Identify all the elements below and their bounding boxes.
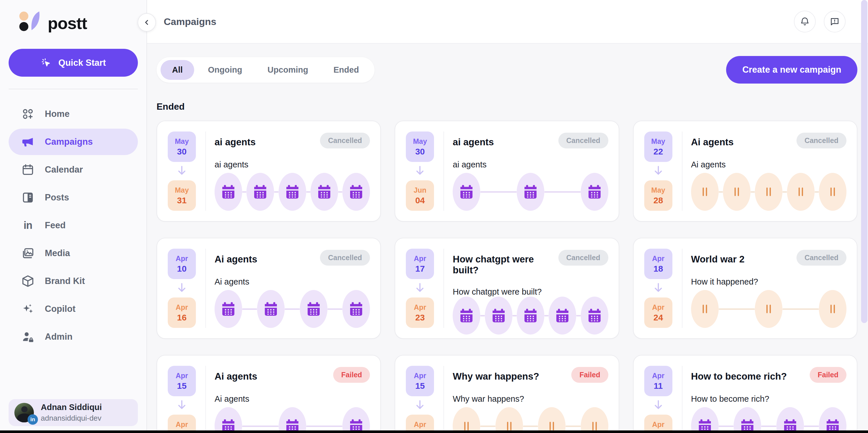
tab-upcoming[interactable]: Upcoming <box>256 60 320 80</box>
status-badge: Cancelled <box>558 133 608 149</box>
timeline-connector <box>719 426 734 427</box>
timeline-connector <box>544 315 549 316</box>
timeline-connector <box>719 308 755 310</box>
sidebar-nav: HomeCampaignsCalendarPostsinFeedMediaBra… <box>9 101 138 350</box>
campaign-dates: Apr11Apr16 <box>644 366 673 433</box>
notifications-button[interactable] <box>794 11 816 32</box>
quick-start-button[interactable]: Quick Start <box>9 49 138 77</box>
timeline-connector <box>804 426 819 427</box>
card-divider <box>205 366 206 433</box>
campaign-card[interactable]: Apr18Apr24World war 2CancelledHow it hap… <box>633 238 857 339</box>
calendar-filled-icon <box>453 173 480 211</box>
calendar-filled-icon <box>279 173 306 211</box>
arrow-down-icon <box>175 281 188 296</box>
status-badge: Cancelled <box>797 250 846 266</box>
calendar-filled-icon <box>279 407 306 433</box>
pause-icon <box>691 173 719 211</box>
card-divider <box>682 366 682 433</box>
calendar-filled-icon <box>581 297 608 335</box>
calendar-filled-icon <box>342 407 370 433</box>
arrow-down-icon <box>652 398 665 412</box>
calendar-filled-icon <box>453 297 480 335</box>
campaign-card[interactable]: Apr17Apr23How chatgpt were built?Cancell… <box>395 238 619 339</box>
timeline-connector <box>274 191 278 193</box>
start-date-badge: Apr10 <box>168 249 196 279</box>
sidebar-item-calendar[interactable]: Calendar <box>9 156 138 183</box>
sidebar-item-copilot[interactable]: Copilot <box>9 296 138 322</box>
post-timeline <box>453 173 608 211</box>
create-campaign-button[interactable]: Create a new campaign <box>726 56 857 84</box>
sidebar-item-label: Feed <box>45 220 65 230</box>
start-date-badge: Apr11 <box>644 366 673 396</box>
sidebar-item-brand-kit[interactable]: Brand Kit <box>9 268 138 294</box>
sidebar-item-admin[interactable]: Admin <box>9 323 138 350</box>
timeline-connector <box>338 191 342 193</box>
start-date-badge: Apr15 <box>406 366 434 396</box>
calendar-filled-icon <box>257 290 285 328</box>
sidebar-collapse-button[interactable] <box>137 13 156 32</box>
tab-all[interactable]: All <box>161 60 194 80</box>
calendar-filled-icon <box>342 173 370 211</box>
sidebar-item-feed[interactable]: inFeed <box>9 212 138 239</box>
campaign-title: How to become rich? <box>691 367 787 382</box>
brand-kit-icon <box>21 275 34 288</box>
tab-ongoing[interactable]: Ongoing <box>196 60 254 80</box>
section-title: Ended <box>157 101 857 112</box>
profile-card[interactable]: in Adnan Siddiqui adnansiddiqui-dev <box>9 399 138 426</box>
calendar-filled-icon <box>581 173 608 211</box>
post-timeline <box>215 407 370 433</box>
calendar-filled-icon <box>215 407 242 433</box>
scrollbar-thumb[interactable] <box>861 0 867 323</box>
main-area: Campaigns AllOngoingUpcomingEnded Create… <box>147 0 868 433</box>
app-logo: postt <box>9 10 138 36</box>
campaign-description: Ai agents <box>215 277 370 286</box>
feedback-button[interactable] <box>824 11 846 32</box>
sidebar-item-media[interactable]: Media <box>9 240 138 267</box>
admin-icon <box>21 330 34 343</box>
sparkles-icon <box>21 302 34 315</box>
quick-start-label: Quick Start <box>58 58 106 68</box>
campaign-card[interactable]: Apr15Apr18Ai agentsFailedAi agents <box>157 355 381 433</box>
campaign-card[interactable]: Apr15Apr19Why war happens?FailedWhy war … <box>395 355 619 433</box>
campaign-card[interactable]: May30May31ai agentsCancelledai agents <box>157 121 381 222</box>
start-date-badge: May30 <box>168 131 196 162</box>
timeline-connector <box>523 426 538 427</box>
campaign-title: Ai agents <box>215 367 257 382</box>
chevron-left-icon <box>143 19 151 26</box>
card-divider <box>205 131 206 211</box>
arrow-down-icon <box>413 164 427 178</box>
post-timeline <box>453 297 608 335</box>
campaign-card[interactable]: May30Jun04ai agentsCancelledai agents <box>395 121 619 222</box>
campaign-grid: May30May31ai agentsCancelledai agentsMay… <box>157 121 857 433</box>
end-date-badge: May28 <box>644 180 673 211</box>
timeline-connector <box>782 308 819 310</box>
timeline-connector <box>544 191 581 193</box>
post-timeline <box>453 407 608 433</box>
campaign-dates: Apr18Apr24 <box>644 249 673 328</box>
profile-name: Adnan Siddiqui <box>41 403 102 412</box>
tab-ended[interactable]: Ended <box>322 60 371 80</box>
timeline-connector <box>576 315 581 316</box>
start-date-badge: Apr18 <box>644 249 673 279</box>
feedback-icon <box>829 16 840 27</box>
campaign-description: ai agents <box>215 160 370 169</box>
pause-icon <box>453 407 480 433</box>
timeline-connector <box>761 426 776 427</box>
pause-icon <box>819 290 846 328</box>
campaign-card[interactable]: May22May28Ai agentsCancelledAi agents <box>633 121 857 222</box>
timeline-connector <box>750 191 755 193</box>
sidebar: postt Quick Start HomeCampaignsCalendarP… <box>0 0 147 433</box>
campaign-card[interactable]: Apr10Apr16Ai agentsCancelledAi agents <box>157 238 381 339</box>
campaign-card[interactable]: Apr11Apr16How to become rich?FailedHow t… <box>633 355 857 433</box>
arrow-down-icon <box>175 164 188 178</box>
sidebar-item-home[interactable]: Home <box>9 101 138 127</box>
pause-icon <box>538 407 565 433</box>
timeline-connector <box>480 315 485 316</box>
sidebar-item-campaigns[interactable]: Campaigns <box>9 129 138 155</box>
sidebar-item-posts[interactable]: Posts <box>9 184 138 211</box>
pause-icon <box>787 173 814 211</box>
pause-icon <box>755 173 782 211</box>
campaign-dates: Apr15Apr19 <box>406 366 434 433</box>
start-date-badge: May30 <box>406 131 434 162</box>
campaign-title: How chatgpt were built? <box>453 250 558 276</box>
